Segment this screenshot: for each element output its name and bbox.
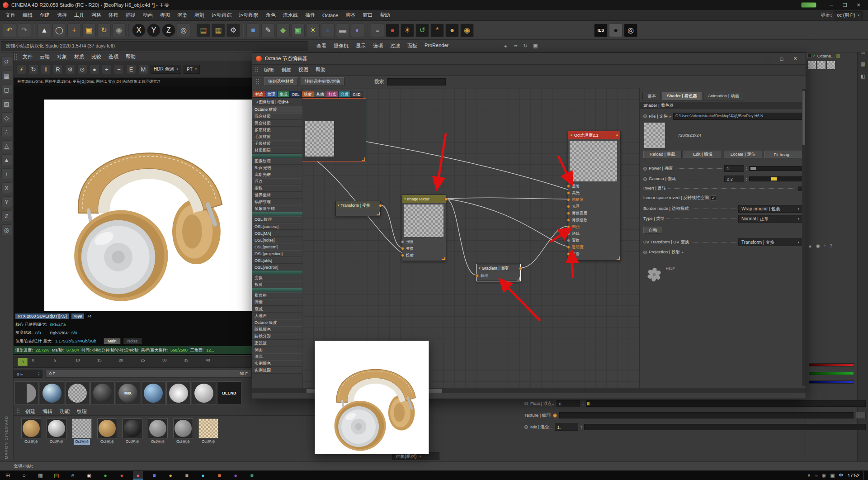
viewport-menu-item-3[interactable]: 选项 — [369, 43, 387, 49]
material-item[interactable]: Oct光泽 — [197, 418, 220, 445]
glossy-input-port-7[interactable] — [567, 232, 570, 235]
material-item[interactable]: Oct光泽 — [71, 418, 93, 445]
node-type-item[interactable]: OSL 纹理 — [252, 216, 302, 223]
mix-value-field[interactable]: 1. — [555, 423, 578, 431]
coordinate-system-icon[interactable]: ◎ — [177, 24, 190, 37]
ne-menu-item-2[interactable]: 视图 — [295, 67, 312, 73]
node-type-item[interactable]: OSL[pattern] — [252, 243, 302, 250]
image-texture-node[interactable]: ▾ ImageTextur 强度变换投射 — [402, 195, 446, 261]
node-category-tab-6[interactable]: 灯光 — [326, 91, 339, 98]
power-slider[interactable] — [749, 166, 802, 171]
app-icon-4[interactable]: ● — [165, 471, 175, 480]
undo-small-icon[interactable]: ↺ — [1, 56, 12, 67]
restart-render-icon[interactable]: ↻ — [28, 64, 38, 74]
viewport-menu-item-5[interactable]: 面板 — [404, 43, 421, 49]
minimize-button[interactable]: ─ — [825, 1, 838, 9]
live-viewer-menu-item-6[interactable]: 帮助 — [122, 53, 139, 60]
material-preview-sphere[interactable]: MIX — [116, 381, 140, 405]
node-type-item[interactable]: 湍流 — [252, 353, 302, 360]
file-explorer-icon[interactable]: ▤ — [52, 471, 61, 480]
menu-item-1[interactable]: 编辑 — [19, 12, 36, 19]
float-slider[interactable] — [586, 400, 866, 407]
search-icon[interactable]: ○ — [19, 471, 29, 480]
node-category-tab-2[interactable]: 生成 — [278, 91, 290, 98]
zoom-in-icon[interactable]: + — [102, 64, 112, 74]
node-type-item[interactable]: 随机颜色 — [252, 326, 302, 333]
octane-fire-icon[interactable]: * — [430, 24, 444, 37]
app-icon-5[interactable]: ■ — [182, 471, 192, 480]
help-label[interactable]: HELP — [666, 266, 675, 271]
menu-item-15[interactable]: 流水线 — [279, 12, 302, 19]
glossy-left-port[interactable] — [570, 134, 573, 137]
viewport-menu-item-0[interactable]: 查看 — [313, 43, 330, 49]
node-type-item[interactable]: 浮点 — [252, 178, 302, 185]
node-type-item[interactable]: 曲状分形 — [252, 333, 302, 340]
linear-invert-checkbox[interactable]: ✓ — [711, 195, 716, 201]
panel-grip-icon[interactable] — [255, 67, 259, 73]
material-preview-sphere[interactable] — [40, 381, 64, 405]
rotate-tool-icon[interactable]: ↻ — [97, 24, 111, 37]
node-category-tab-0[interactable]: 材质 — [253, 91, 265, 98]
interface-dropdown[interactable]: oc (用户)▾ — [834, 11, 863, 19]
border-mode-dropdown[interactable]: Wrap around | 包裹▾ — [738, 205, 802, 213]
pick-material-icon[interactable]: ● — [90, 64, 99, 74]
tray-net-icon[interactable]: ≈ — [815, 473, 818, 478]
node-type-item[interactable]: 多层材质 — [252, 127, 302, 133]
settings-gear-icon[interactable]: ⚙ — [65, 64, 75, 74]
move-tool-icon[interactable]: + — [67, 24, 81, 37]
zoom-out-icon[interactable]: − — [114, 64, 124, 74]
lightning-icon[interactable]: ⚡ — [16, 64, 26, 74]
timeline-ruler[interactable]: 0 0510152025303540 — [14, 356, 252, 368]
panel-icon-4[interactable]: ▦ — [860, 61, 865, 67]
lock-resolution-icon[interactable]: ⊙ — [77, 64, 87, 74]
frame-range-scrollbar[interactable]: 0 F 90 F — [45, 370, 252, 378]
uv-transform-dropdown[interactable]: Transform | 变换▾ — [738, 238, 802, 246]
material-preview-sphere[interactable] — [166, 381, 191, 405]
node-type-item[interactable]: 大理石 — [252, 313, 302, 319]
menu-item-9[interactable]: 模拟 — [156, 12, 174, 19]
collapse-icon[interactable]: ▾ — [479, 266, 481, 270]
attr-help-icon[interactable]: ? — [830, 243, 832, 248]
maximize-button[interactable]: ❐ — [838, 1, 852, 9]
material-preview-sphere[interactable] — [192, 381, 216, 405]
chrome-icon[interactable]: ◉ — [84, 471, 94, 480]
menu-item-11[interactable]: 雕刻 — [191, 12, 208, 19]
menu-item-2[interactable]: 创建 — [36, 12, 53, 19]
node-type-item[interactable]: 棋盘格 — [252, 292, 302, 299]
edit-button[interactable]: Edit | 编辑 — [684, 151, 722, 158]
menu-item-6[interactable]: 体积 — [105, 12, 122, 19]
live-viewer-menu-item-0[interactable]: 文件 — [19, 53, 36, 60]
node-resize-handle[interactable] — [442, 257, 445, 260]
menu-item-20[interactable]: 帮助 — [376, 12, 393, 19]
node-type-item[interactable]: 指数 — [252, 185, 302, 192]
node-type-item[interactable]: OSL[utils] — [252, 257, 302, 264]
ne-menu-item-3[interactable]: 帮助 — [312, 67, 329, 73]
app-icon-6[interactable]: ● — [198, 471, 208, 480]
app-icon-9[interactable]: ■ — [247, 471, 257, 480]
texture-tag-thumb[interactable] — [817, 61, 826, 69]
node-type-item[interactable]: OSL[MA] — [252, 230, 302, 237]
tab-noise[interactable]: Noise — [123, 338, 142, 344]
glossy-input-port-5[interactable] — [567, 219, 570, 222]
material-preview-sphere[interactable]: BLEND — [217, 381, 241, 405]
power-value-field[interactable]: 1. — [724, 165, 744, 172]
floor-icon[interactable]: ▬ — [336, 24, 349, 37]
redo-icon[interactable]: ↷ — [18, 24, 31, 37]
clock[interactable]: 17:52 — [848, 473, 859, 478]
menu-item-3[interactable]: 选择 — [53, 12, 71, 19]
material-preview-sphere[interactable] — [65, 381, 90, 405]
node-type-item[interactable]: 侧面 — [252, 347, 302, 353]
node-resize-handle[interactable] — [377, 212, 380, 215]
green-channel-ramp[interactable] — [809, 372, 854, 375]
transform-output-port[interactable] — [379, 204, 382, 207]
goto-selected-tag-button[interactable]: 转到选中标签/对象 — [301, 77, 344, 86]
viewport-menu-item-4[interactable]: 过滤 — [387, 43, 404, 49]
texture-field[interactable] — [559, 412, 854, 418]
node-type-item[interactable]: Rgb 光谱 — [252, 165, 302, 171]
node-type-item[interactable]: 衰减 — [252, 306, 302, 313]
menu-item-0[interactable]: 文件 — [2, 12, 19, 19]
image-texture-input-port-0[interactable] — [401, 240, 404, 243]
viewport-menu-item-6[interactable]: ProRender — [421, 43, 452, 49]
deformer-icon[interactable]: ◐ — [351, 24, 364, 37]
menu-item-19[interactable]: 窗口 — [359, 12, 376, 19]
